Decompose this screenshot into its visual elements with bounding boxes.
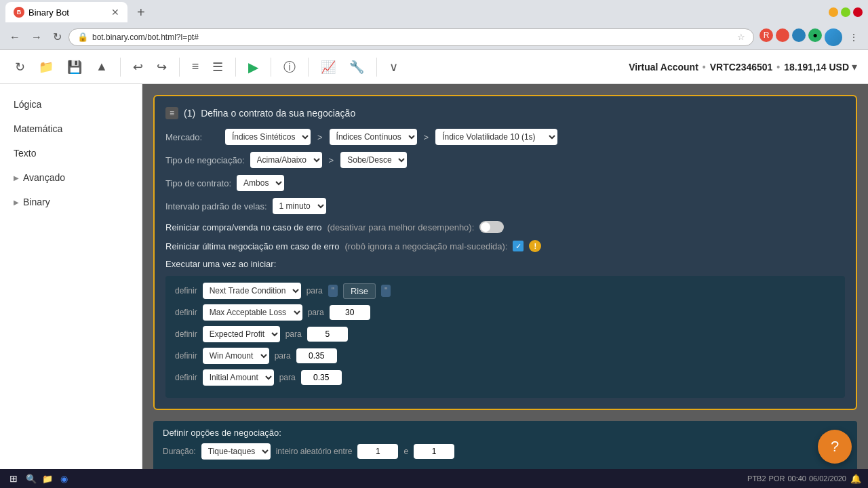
open-file-button[interactable]: 📁 [35,56,58,79]
sidebar-item-avancado[interactable]: ▶ Avançado [0,165,142,190]
taskbar-chrome-icon[interactable]: ◉ [57,472,71,485]
options-e-label: e [403,447,408,456]
exec-value-1-input[interactable] [330,305,370,320]
intervalo-label: Intervalo padrão de velas: [165,201,267,211]
quote-close-btn-0[interactable]: " [381,285,391,297]
chart-button[interactable]: 📈 [317,56,340,79]
exec-value-3-input[interactable] [296,348,337,363]
reiniciar2-note: (robô ignora a negociação mal-sucedida): [345,241,508,251]
extension-icon-4[interactable]: ● [808,28,822,42]
arrow-icon-binary: ▶ [14,199,19,206]
address-bar[interactable]: 🔒 bot.binary.com/bot.html?l=pt# ☆ [68,28,754,46]
exec-value-2-input[interactable] [307,327,348,342]
undo-button[interactable]: ↩ [129,56,147,79]
refresh-tool-button[interactable]: ↻ [11,56,29,79]
maximize-button[interactable] [841,7,850,17]
sidebar-label-matematica: Matemática [14,123,62,134]
sidebar-label-avancado: Avançado [23,172,65,183]
exec-para-4: para [279,373,296,382]
sidebar-item-logica[interactable]: Lógica [0,92,142,117]
exec-row-4: definir Initial Amount para [175,369,835,386]
nav-icons: R ● ⋮ [760,28,863,46]
exec-var-3-select[interactable]: Win Amount [203,348,269,364]
extension-icon-1[interactable]: R [760,28,773,42]
exec-var-0-select[interactable]: Next Trade Condition [203,283,301,299]
duracao-select[interactable]: Tique-taques [201,443,271,460]
market1-select[interactable]: Índices Sintéticos [225,129,311,145]
title-bar: B Binary Bot ✕ + [0,0,868,24]
intervalo-row: Intervalo padrão de velas: 1 minuto [165,198,845,214]
extension-icon-2[interactable] [776,28,789,42]
taskbar-date: 06/02/2020 [809,474,846,483]
block-title-text: Defina o contrato da sua negociação [201,108,355,119]
quote-open-btn-0[interactable]: " [328,285,338,297]
execute-section: definir Next Trade Condition para " Rise… [165,276,845,398]
separator-2 [179,58,180,77]
tools-button[interactable]: 🔧 [345,56,368,79]
taskbar-lang: POR [769,474,785,483]
extension-icon-3[interactable] [792,28,806,42]
tipo1-select[interactable]: Acima/Abaixo [250,152,322,168]
tipo2-select[interactable]: Sobe/Desce [340,152,407,168]
info-button[interactable]: ⓘ [279,55,300,79]
exec-var-4-select[interactable]: Initial Amount [203,369,274,386]
warn-icon[interactable]: ! [529,240,541,252]
account-chevron[interactable]: ▾ [852,60,857,73]
help-fab-button[interactable]: ? [818,430,852,464]
save-button[interactable]: 💾 [63,56,86,79]
contrato-select[interactable]: Ambos [237,175,284,191]
options-duracao-label: Duração: [163,447,196,456]
sidebar-item-matematica[interactable]: Matemática [0,117,142,141]
sidebar-label-logica: Lógica [14,99,41,110]
exec-prefix-2: definir [175,329,197,339]
separator-4 [271,58,271,77]
refresh-button[interactable]: ↻ [49,28,66,46]
reiniciar1-toggle[interactable] [479,221,504,233]
tipo-arrow: > [329,155,334,165]
exec-row-1: definir Max Acceptable Loss para [175,304,835,321]
exec-row-0: definir Next Trade Condition para " Rise… [175,283,835,299]
tipo-neg-label: Tipo de negociação: [165,155,245,165]
new-tab-button[interactable]: + [133,5,149,20]
close-button[interactable] [853,7,863,17]
minimize-button[interactable] [829,7,838,17]
exec-prefix-0: definir [175,286,197,296]
account-balance: 18.191,14 USD [784,62,849,73]
taskbar-search-icon[interactable]: 🔍 [24,472,38,485]
options-val2-input[interactable] [414,444,454,459]
sidebar-label-texto: Texto [14,148,36,159]
taskbar-files-icon[interactable]: 📁 [41,472,54,485]
options-val1-input[interactable] [357,444,398,459]
intervalo-select[interactable]: 1 minuto [273,198,326,214]
taskbar-system-icons: PTB2 POR 00:40 06/02/2020 🔔 [747,472,863,485]
browser-tab[interactable]: B Binary Bot ✕ [5,2,127,22]
block-view-button[interactable]: ☰ [208,56,227,79]
bookmark-icon[interactable]: ☆ [737,32,745,42]
profile-icon[interactable] [825,28,842,46]
drive-button[interactable]: ▲ [92,56,112,78]
extensions-button[interactable]: ⋮ [845,28,863,46]
start-button[interactable]: ⊞ [5,472,22,485]
list-view-button[interactable]: ≡ [188,56,203,78]
tab-close-button[interactable]: ✕ [111,7,119,18]
more-button[interactable]: ∨ [385,56,402,79]
back-button[interactable]: ← [5,28,24,46]
redo-button[interactable]: ↪ [153,56,171,79]
exec-var-1-select[interactable]: Max Acceptable Loss [203,304,302,321]
exec-var-2-select[interactable]: Expected Profit [203,326,280,342]
exec-para-0: para [307,286,323,296]
sidebar-item-texto[interactable]: Texto [0,141,142,165]
taskbar-notification-icon[interactable]: 🔔 [849,472,863,485]
sidebar-item-binary[interactable]: ▶ Binary [0,190,142,214]
play-button[interactable]: ▶ [244,55,262,79]
forward-button[interactable]: → [27,28,46,46]
exec-prefix-4: definir [175,373,197,382]
executar-row: Executar uma vez ao iniciar: [165,259,845,269]
block-title: ≡ (1) Defina o contrato da sua negociaçã… [165,107,845,119]
market3-select[interactable]: Índice Volatilidade 10 (1s) [435,129,557,145]
reiniciar2-checkbox[interactable]: ✓ [513,241,524,251]
separator-1 [120,58,121,77]
exec-value-4-input[interactable] [301,370,342,385]
tab-icon: B [14,7,24,18]
market2-select[interactable]: Índices Contínuos [330,129,417,145]
